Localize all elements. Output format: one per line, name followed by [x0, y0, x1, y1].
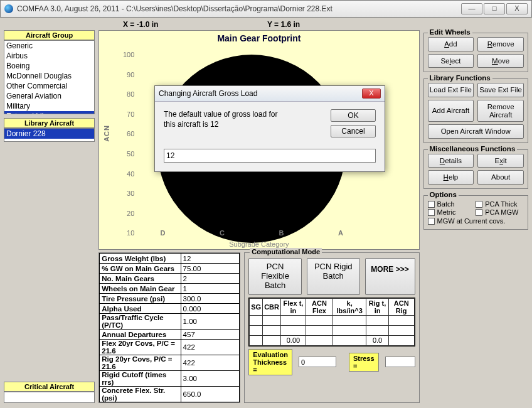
- param-value[interactable]: 422: [181, 340, 240, 355]
- param-label: Rigid Cutoff (times rrs): [100, 371, 181, 387]
- param-value[interactable]: 1.00: [181, 314, 240, 330]
- param-row[interactable]: Gross Weight (lbs)12: [100, 254, 240, 264]
- param-row[interactable]: Flex 20yr Covs, P/C = 21.6422: [100, 340, 240, 355]
- exit-button[interactable]: Exit: [477, 154, 524, 168]
- help-button[interactable]: Help: [428, 170, 474, 185]
- grid-col: ACN Rig: [388, 298, 414, 315]
- remove-aircraft-button[interactable]: Remove Aircraft: [477, 100, 524, 122]
- x-tick: A: [338, 229, 343, 237]
- param-value[interactable]: 0.000: [181, 304, 240, 314]
- eval-thickness-input[interactable]: [299, 357, 336, 367]
- param-value[interactable]: 12: [181, 254, 240, 264]
- param-row[interactable]: Concrete Flex. Str. (psi)650.0: [100, 387, 240, 402]
- more-button[interactable]: MORE >>>: [365, 258, 415, 295]
- dialog-input[interactable]: [164, 149, 376, 163]
- stress-input[interactable]: [385, 357, 415, 367]
- critical-aircraft-box[interactable]: [4, 392, 95, 403]
- chart-ylabel: ACN: [103, 125, 110, 142]
- pca-thick-checkbox[interactable]: [476, 201, 482, 208]
- param-label: Rig 20yr Covs, P/C = 21.6: [100, 355, 181, 371]
- param-value[interactable]: 3.00: [181, 371, 240, 387]
- param-value[interactable]: 75.00: [181, 264, 240, 274]
- param-row[interactable]: Rigid Cutoff (times rrs)3.00: [100, 371, 240, 387]
- dialog-cancel-button[interactable]: Cancel: [331, 125, 376, 137]
- save-ext-file-button[interactable]: Save Ext File: [477, 83, 524, 97]
- param-row[interactable]: Tire Pressure (psi)300.0: [100, 294, 240, 304]
- grid-col: ACN Flex: [306, 298, 332, 315]
- library-item[interactable]: Dornier 228: [4, 129, 94, 139]
- param-value[interactable]: 1: [181, 284, 240, 294]
- group-item[interactable]: Military: [4, 101, 94, 111]
- param-value[interactable]: 457: [181, 330, 240, 340]
- y-tick: 10: [119, 229, 134, 237]
- pca-mgw-label: PCA MGW: [485, 208, 518, 216]
- coord-x: X = -1.0 in: [123, 20, 267, 29]
- options-group: Options Batch Metric PCA Thick PCA MGW M…: [423, 195, 528, 230]
- param-value[interactable]: 422: [181, 355, 240, 371]
- x-tick: D: [161, 229, 166, 237]
- group-item[interactable]: General Aviation: [4, 91, 94, 101]
- gross-load-dialog: Changing Aircraft Gross Load X The defau…: [154, 85, 385, 172]
- edit-wheels-title: Edit Wheels: [428, 28, 472, 36]
- pca-mgw-checkbox[interactable]: [476, 209, 482, 216]
- dialog-ok-button[interactable]: OK: [331, 109, 376, 122]
- details-button[interactable]: Details: [428, 154, 474, 168]
- group-item[interactable]: Generic: [4, 41, 94, 51]
- param-label: Wheels on Main Gear: [100, 284, 181, 294]
- move-wheel-button[interactable]: Move: [477, 54, 524, 68]
- batch-checkbox[interactable]: [428, 201, 435, 208]
- param-label: No. Main Gears: [100, 274, 181, 284]
- coord-y: Y = 1.6 in: [267, 20, 528, 29]
- maximize-button[interactable]: □: [484, 3, 505, 14]
- pcn-rigid-button[interactable]: PCN Rigid Batch: [307, 258, 360, 295]
- grid-rig-value: 0.0: [366, 335, 389, 345]
- minimize-button[interactable]: —: [461, 3, 482, 14]
- close-button[interactable]: X: [506, 3, 528, 14]
- param-value[interactable]: 300.0: [181, 294, 240, 304]
- param-row[interactable]: Alpha Used0.000: [100, 304, 240, 314]
- param-value[interactable]: 650.0: [181, 387, 240, 402]
- load-ext-file-button[interactable]: Load Ext File: [428, 83, 474, 97]
- computational-mode-group: Computational Mode PCN Flexible Batch PC…: [244, 252, 419, 403]
- library-aircraft-list[interactable]: Dornier 228: [4, 128, 95, 142]
- x-tick: B: [279, 229, 284, 237]
- mgw-covs-checkbox[interactable]: [428, 218, 435, 225]
- group-item[interactable]: Airbus: [4, 51, 94, 61]
- param-label: Gross Weight (lbs): [100, 254, 181, 264]
- misc-functions-title: Miscellaneous Functions: [428, 145, 518, 153]
- open-aircraft-window-button[interactable]: Open Aircraft Window: [428, 124, 524, 139]
- library-aircraft-title: Library Aircraft: [4, 118, 95, 128]
- group-item[interactable]: External Library: [4, 111, 94, 114]
- dialog-titlebar[interactable]: Changing Aircraft Gross Load X: [155, 86, 385, 102]
- aircraft-params-table[interactable]: Gross Weight (lbs)12% GW on Main Gears75…: [98, 252, 240, 403]
- metric-checkbox[interactable]: [428, 209, 435, 216]
- aircraft-group-list[interactable]: GenericAirbusBoeingMcDonnell DouglasOthe…: [4, 40, 95, 114]
- y-tick: 30: [119, 190, 134, 197]
- grid-flex-value: 0.00: [281, 335, 306, 345]
- about-button[interactable]: About: [477, 170, 524, 185]
- add-wheel-button[interactable]: AAdddd: [428, 37, 474, 51]
- param-row[interactable]: % GW on Main Gears75.00: [100, 264, 240, 274]
- pcn-flexible-button[interactable]: PCN Flexible Batch: [248, 258, 302, 295]
- group-item[interactable]: Other Commercial: [4, 81, 94, 91]
- group-item[interactable]: Boeing: [4, 61, 94, 71]
- aircraft-group-title: Aircraft Group: [4, 30, 95, 40]
- param-label: Concrete Flex. Str. (psi): [100, 387, 181, 402]
- y-tick: 40: [119, 170, 134, 178]
- y-tick: 20: [119, 210, 134, 217]
- param-label: Pass/Traffic Cycle (P/TC): [100, 314, 181, 330]
- param-label: Annual Departures: [100, 330, 181, 340]
- param-row[interactable]: Rig 20yr Covs, P/C = 21.6422: [100, 355, 240, 371]
- dialog-close-button[interactable]: X: [362, 89, 381, 99]
- param-row[interactable]: Pass/Traffic Cycle (P/TC)1.00: [100, 314, 240, 330]
- param-row[interactable]: Annual Departures457: [100, 330, 240, 340]
- param-label: Alpha Used: [100, 304, 181, 314]
- param-row[interactable]: No. Main Gears2: [100, 274, 240, 284]
- select-wheel-button[interactable]: Select: [428, 54, 474, 68]
- param-value[interactable]: 2: [181, 274, 240, 284]
- add-aircraft-button[interactable]: Add Aircraft: [428, 100, 474, 122]
- critical-aircraft-title: Critical Aircraft: [4, 382, 95, 392]
- group-item[interactable]: McDonnell Douglas: [4, 71, 94, 81]
- remove-wheel-button[interactable]: Remove: [477, 37, 524, 51]
- param-row[interactable]: Wheels on Main Gear1: [100, 284, 240, 294]
